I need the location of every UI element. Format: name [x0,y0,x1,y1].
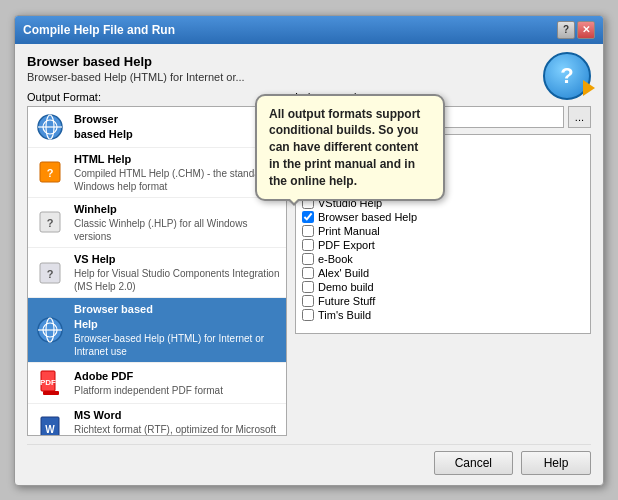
option-item-8: Alex' Build [302,267,584,279]
option-label-9: Demo build [318,281,374,293]
title-bar: Compile Help File and Run ? ✕ [15,16,603,44]
browser-icon [34,111,66,143]
format-text-adobe-pdf: Adobe PDFPlatform independent PDF format [74,369,223,397]
dialog-body: ? Browser based Help Browser-based Help … [15,44,603,485]
help-char: ? [560,63,573,89]
format-text-browser-help: Browser based Help [74,112,133,141]
format-name-browser-help: Browser based Help [74,112,133,141]
title-bar-buttons: ? ✕ [557,21,595,39]
svg-rect-15 [43,391,59,395]
svg-text:?: ? [47,268,54,280]
format-item-browser-help2[interactable]: Browser based HelpBrowser-based Help (HT… [28,298,286,363]
format-text-html-help: HTML HelpCompiled HTML Help (.CHM) - the… [74,152,280,193]
format-text-vs-help: VS HelpHelp for Visual Studio Components… [74,252,280,293]
winhelp-icon: ? [34,206,66,238]
format-item-adobe-pdf[interactable]: PDFAdobe PDFPlatform independent PDF for… [28,363,286,404]
format-desc-adobe-pdf: Platform independent PDF format [74,384,223,397]
option-checkbox-6[interactable] [302,239,314,251]
format-desc-vs-help: Help for Visual Studio Components Integr… [74,267,280,293]
word-icon: W [34,413,66,436]
option-checkbox-4[interactable] [302,211,314,223]
format-name-winhelp: Winhelp [74,202,280,216]
format-desc-ms-word: Richtext format (RTF), optimized for Mic… [74,423,280,435]
option-label-4: Browser based Help [318,211,417,223]
format-text-browser-help2: Browser based HelpBrowser-based Help (HT… [74,302,280,358]
browse-button[interactable]: ... [568,106,591,128]
pdf-icon: PDF [34,367,66,399]
format-text-winhelp: WinhelpClassic Winhelp (.HLP) for all Wi… [74,202,280,243]
format-name-ms-word: MS Word [74,408,280,422]
html-icon: ? [34,156,66,188]
option-label-8: Alex' Build [318,267,369,279]
format-item-ms-word[interactable]: WMS WordRichtext format (RTF), optimized… [28,404,286,436]
left-panel: Output Format: Browser based Help?HTML H… [27,91,287,436]
section-subtitle: Browser-based Help (HTML) for Internet o… [27,71,591,83]
option-checkbox-5[interactable] [302,225,314,237]
option-label-5: Print Manual [318,225,380,237]
option-label-11: Tim's Build [318,309,371,321]
compile-dialog: Compile Help File and Run ? ✕ ? Browser … [14,15,604,486]
browser2-icon [34,314,66,346]
option-label-7: e-Book [318,253,353,265]
option-checkbox-10[interactable] [302,295,314,307]
option-item-10: Future Stuff [302,295,584,307]
format-desc-browser-help2: Browser-based Help (HTML) for Internet o… [74,332,280,358]
format-name-browser-help2: Browser based Help [74,302,280,331]
callout-bubble: All output formats support conditional b… [255,94,445,202]
option-label-10: Future Stuff [318,295,375,307]
format-item-vs-help[interactable]: ?VS HelpHelp for Visual Studio Component… [28,248,286,298]
svg-text:PDF: PDF [40,378,56,387]
format-item-browser-help[interactable]: Browser based Help [28,107,286,148]
option-item-7: e-Book [302,253,584,265]
dialog-title: Compile Help File and Run [23,23,175,37]
vs-icon: ? [34,257,66,289]
format-item-winhelp[interactable]: ?WinhelpClassic Winhelp (.HLP) for all W… [28,198,286,248]
close-button[interactable]: ✕ [577,21,595,39]
format-desc-html-help: Compiled HTML Help (.CHM) - the standard… [74,167,280,193]
format-item-html-help[interactable]: ?HTML HelpCompiled HTML Help (.CHM) - th… [28,148,286,198]
help-action-button[interactable]: Help [521,451,591,475]
section-title: Browser based Help [27,54,591,69]
option-item-4: Browser based Help [302,211,584,223]
format-text-ms-word: MS WordRichtext format (RTF), optimized … [74,408,280,436]
option-item-11: Tim's Build [302,309,584,321]
format-name-adobe-pdf: Adobe PDF [74,369,223,383]
option-item-5: Print Manual [302,225,584,237]
option-item-6: PDF Export [302,239,584,251]
help-button[interactable]: ? [557,21,575,39]
format-name-vs-help: VS Help [74,252,280,266]
format-desc-winhelp: Classic Winhelp (.HLP) for all Windows v… [74,217,280,243]
bottom-row: Cancel Help [27,444,591,475]
option-checkbox-8[interactable] [302,267,314,279]
svg-text:?: ? [47,167,54,179]
format-name-html-help: HTML Help [74,152,280,166]
svg-text:W: W [45,424,55,435]
callout-text: All output formats support conditional b… [269,107,420,188]
option-checkbox-11[interactable] [302,309,314,321]
output-format-label: Output Format: [27,91,287,103]
option-item-9: Demo build [302,281,584,293]
format-list[interactable]: Browser based Help?HTML HelpCompiled HTM… [27,106,287,436]
cancel-button[interactable]: Cancel [434,451,513,475]
svg-text:?: ? [47,217,54,229]
option-label-6: PDF Export [318,239,375,251]
option-checkbox-7[interactable] [302,253,314,265]
option-checkbox-9[interactable] [302,281,314,293]
